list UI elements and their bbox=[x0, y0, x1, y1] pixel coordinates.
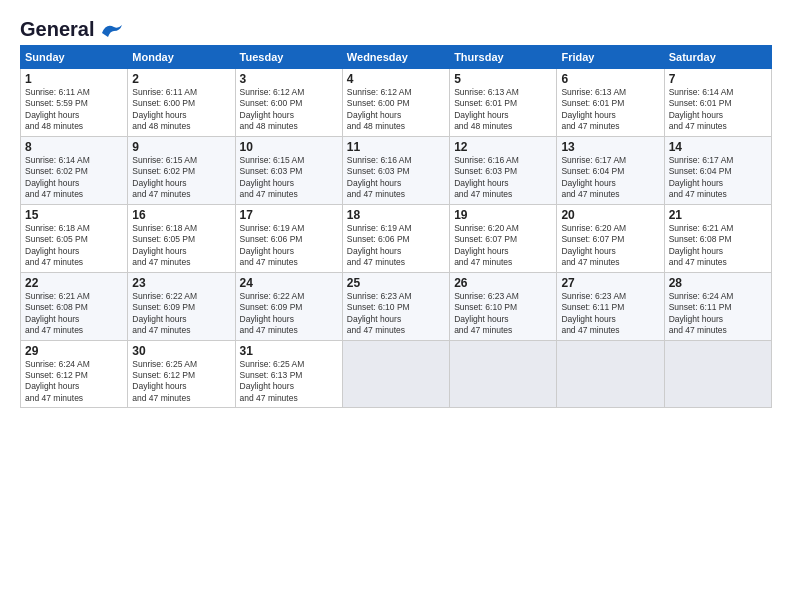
day-number: 1 bbox=[25, 72, 123, 86]
day-cell: 16Sunrise: 6:18 AMSunset: 6:05 PMDayligh… bbox=[128, 204, 235, 272]
day-number: 31 bbox=[240, 344, 338, 358]
logo: General bbox=[20, 18, 124, 37]
day-info: Sunrise: 6:14 AMSunset: 6:02 PMDaylight … bbox=[25, 155, 123, 201]
logo-bird-icon bbox=[96, 19, 124, 41]
day-info: Sunrise: 6:16 AMSunset: 6:03 PMDaylight … bbox=[347, 155, 445, 201]
calendar-table: Sunday Monday Tuesday Wednesday Thursday… bbox=[20, 45, 772, 408]
header-tuesday: Tuesday bbox=[235, 46, 342, 69]
day-cell: 19Sunrise: 6:20 AMSunset: 6:07 PMDayligh… bbox=[450, 204, 557, 272]
day-number: 22 bbox=[25, 276, 123, 290]
day-info: Sunrise: 6:22 AMSunset: 6:09 PMDaylight … bbox=[240, 291, 338, 337]
day-info: Sunrise: 6:25 AMSunset: 6:13 PMDaylight … bbox=[240, 359, 338, 405]
day-cell: 8Sunrise: 6:14 AMSunset: 6:02 PMDaylight… bbox=[21, 136, 128, 204]
day-number: 13 bbox=[561, 140, 659, 154]
day-number: 15 bbox=[25, 208, 123, 222]
day-info: Sunrise: 6:19 AMSunset: 6:06 PMDaylight … bbox=[347, 223, 445, 269]
day-number: 25 bbox=[347, 276, 445, 290]
day-number: 2 bbox=[132, 72, 230, 86]
day-cell: 1Sunrise: 6:11 AMSunset: 5:59 PMDaylight… bbox=[21, 69, 128, 137]
day-cell: 3Sunrise: 6:12 AMSunset: 6:00 PMDaylight… bbox=[235, 69, 342, 137]
day-info: Sunrise: 6:17 AMSunset: 6:04 PMDaylight … bbox=[561, 155, 659, 201]
empty-cell bbox=[342, 340, 449, 408]
day-number: 10 bbox=[240, 140, 338, 154]
empty-cell bbox=[450, 340, 557, 408]
day-number: 18 bbox=[347, 208, 445, 222]
day-cell: 7Sunrise: 6:14 AMSunset: 6:01 PMDaylight… bbox=[664, 69, 771, 137]
calendar-row: 15Sunrise: 6:18 AMSunset: 6:05 PMDayligh… bbox=[21, 204, 772, 272]
day-number: 21 bbox=[669, 208, 767, 222]
day-cell: 15Sunrise: 6:18 AMSunset: 6:05 PMDayligh… bbox=[21, 204, 128, 272]
day-number: 30 bbox=[132, 344, 230, 358]
day-cell: 22Sunrise: 6:21 AMSunset: 6:08 PMDayligh… bbox=[21, 272, 128, 340]
day-info: Sunrise: 6:25 AMSunset: 6:12 PMDaylight … bbox=[132, 359, 230, 405]
day-info: Sunrise: 6:21 AMSunset: 6:08 PMDaylight … bbox=[25, 291, 123, 337]
day-info: Sunrise: 6:13 AMSunset: 6:01 PMDaylight … bbox=[561, 87, 659, 133]
day-cell: 24Sunrise: 6:22 AMSunset: 6:09 PMDayligh… bbox=[235, 272, 342, 340]
day-cell: 11Sunrise: 6:16 AMSunset: 6:03 PMDayligh… bbox=[342, 136, 449, 204]
day-cell: 6Sunrise: 6:13 AMSunset: 6:01 PMDaylight… bbox=[557, 69, 664, 137]
day-cell: 29Sunrise: 6:24 AMSunset: 6:12 PMDayligh… bbox=[21, 340, 128, 408]
day-info: Sunrise: 6:23 AMSunset: 6:11 PMDaylight … bbox=[561, 291, 659, 337]
header-sunday: Sunday bbox=[21, 46, 128, 69]
header-thursday: Thursday bbox=[450, 46, 557, 69]
day-cell: 21Sunrise: 6:21 AMSunset: 6:08 PMDayligh… bbox=[664, 204, 771, 272]
day-info: Sunrise: 6:12 AMSunset: 6:00 PMDaylight … bbox=[347, 87, 445, 133]
day-number: 27 bbox=[561, 276, 659, 290]
day-cell: 25Sunrise: 6:23 AMSunset: 6:10 PMDayligh… bbox=[342, 272, 449, 340]
day-cell: 2Sunrise: 6:11 AMSunset: 6:00 PMDaylight… bbox=[128, 69, 235, 137]
day-info: Sunrise: 6:14 AMSunset: 6:01 PMDaylight … bbox=[669, 87, 767, 133]
calendar-row: 29Sunrise: 6:24 AMSunset: 6:12 PMDayligh… bbox=[21, 340, 772, 408]
day-number: 4 bbox=[347, 72, 445, 86]
day-number: 19 bbox=[454, 208, 552, 222]
day-info: Sunrise: 6:11 AMSunset: 5:59 PMDaylight … bbox=[25, 87, 123, 133]
header: General bbox=[20, 18, 772, 37]
day-cell: 9Sunrise: 6:15 AMSunset: 6:02 PMDaylight… bbox=[128, 136, 235, 204]
day-number: 11 bbox=[347, 140, 445, 154]
day-number: 17 bbox=[240, 208, 338, 222]
day-number: 20 bbox=[561, 208, 659, 222]
day-number: 23 bbox=[132, 276, 230, 290]
day-info: Sunrise: 6:18 AMSunset: 6:05 PMDaylight … bbox=[25, 223, 123, 269]
day-number: 16 bbox=[132, 208, 230, 222]
day-info: Sunrise: 6:24 AMSunset: 6:12 PMDaylight … bbox=[25, 359, 123, 405]
day-info: Sunrise: 6:20 AMSunset: 6:07 PMDaylight … bbox=[561, 223, 659, 269]
day-cell: 26Sunrise: 6:23 AMSunset: 6:10 PMDayligh… bbox=[450, 272, 557, 340]
calendar-row: 1Sunrise: 6:11 AMSunset: 5:59 PMDaylight… bbox=[21, 69, 772, 137]
header-saturday: Saturday bbox=[664, 46, 771, 69]
day-cell: 23Sunrise: 6:22 AMSunset: 6:09 PMDayligh… bbox=[128, 272, 235, 340]
day-number: 9 bbox=[132, 140, 230, 154]
day-info: Sunrise: 6:16 AMSunset: 6:03 PMDaylight … bbox=[454, 155, 552, 201]
day-info: Sunrise: 6:13 AMSunset: 6:01 PMDaylight … bbox=[454, 87, 552, 133]
header-monday: Monday bbox=[128, 46, 235, 69]
day-info: Sunrise: 6:15 AMSunset: 6:03 PMDaylight … bbox=[240, 155, 338, 201]
header-friday: Friday bbox=[557, 46, 664, 69]
day-info: Sunrise: 6:12 AMSunset: 6:00 PMDaylight … bbox=[240, 87, 338, 133]
day-cell: 14Sunrise: 6:17 AMSunset: 6:04 PMDayligh… bbox=[664, 136, 771, 204]
page: General Sunday Monday Tuesday Wednesday … bbox=[0, 0, 792, 612]
logo-text: General bbox=[20, 18, 94, 41]
day-info: Sunrise: 6:23 AMSunset: 6:10 PMDaylight … bbox=[347, 291, 445, 337]
day-cell: 27Sunrise: 6:23 AMSunset: 6:11 PMDayligh… bbox=[557, 272, 664, 340]
day-number: 14 bbox=[669, 140, 767, 154]
day-number: 26 bbox=[454, 276, 552, 290]
weekday-header-row: Sunday Monday Tuesday Wednesday Thursday… bbox=[21, 46, 772, 69]
day-info: Sunrise: 6:11 AMSunset: 6:00 PMDaylight … bbox=[132, 87, 230, 133]
day-info: Sunrise: 6:17 AMSunset: 6:04 PMDaylight … bbox=[669, 155, 767, 201]
day-cell: 10Sunrise: 6:15 AMSunset: 6:03 PMDayligh… bbox=[235, 136, 342, 204]
day-info: Sunrise: 6:18 AMSunset: 6:05 PMDaylight … bbox=[132, 223, 230, 269]
empty-cell bbox=[664, 340, 771, 408]
day-cell: 5Sunrise: 6:13 AMSunset: 6:01 PMDaylight… bbox=[450, 69, 557, 137]
day-number: 6 bbox=[561, 72, 659, 86]
day-cell: 12Sunrise: 6:16 AMSunset: 6:03 PMDayligh… bbox=[450, 136, 557, 204]
day-info: Sunrise: 6:20 AMSunset: 6:07 PMDaylight … bbox=[454, 223, 552, 269]
day-cell: 17Sunrise: 6:19 AMSunset: 6:06 PMDayligh… bbox=[235, 204, 342, 272]
day-cell: 30Sunrise: 6:25 AMSunset: 6:12 PMDayligh… bbox=[128, 340, 235, 408]
empty-cell bbox=[557, 340, 664, 408]
day-info: Sunrise: 6:22 AMSunset: 6:09 PMDaylight … bbox=[132, 291, 230, 337]
calendar-row: 8Sunrise: 6:14 AMSunset: 6:02 PMDaylight… bbox=[21, 136, 772, 204]
header-wednesday: Wednesday bbox=[342, 46, 449, 69]
day-info: Sunrise: 6:15 AMSunset: 6:02 PMDaylight … bbox=[132, 155, 230, 201]
day-info: Sunrise: 6:24 AMSunset: 6:11 PMDaylight … bbox=[669, 291, 767, 337]
calendar-row: 22Sunrise: 6:21 AMSunset: 6:08 PMDayligh… bbox=[21, 272, 772, 340]
day-number: 8 bbox=[25, 140, 123, 154]
